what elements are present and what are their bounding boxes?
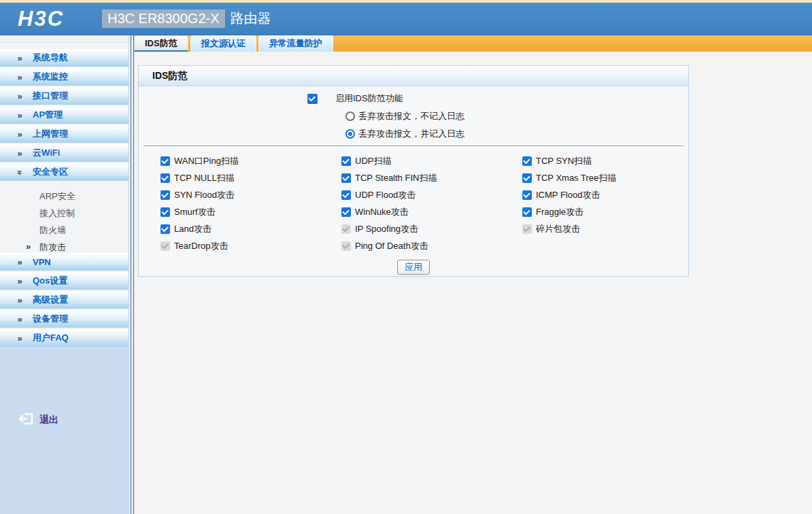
- sidebar-footer: 退出: [0, 347, 129, 514]
- page-title: H3C ER8300G2-X 路由器: [102, 10, 271, 28]
- chevrons-right-icon: »: [15, 111, 24, 120]
- attack-checkbox[interactable]: [522, 207, 532, 217]
- attack-label: Ping Of Death攻击: [355, 240, 428, 252]
- attack-label: UDP扫描: [355, 155, 391, 167]
- tab-label: 报文源认证: [201, 38, 246, 48]
- logout-button[interactable]: 退出: [18, 412, 58, 428]
- attack-label: TearDrop攻击: [174, 240, 228, 252]
- tab-abnormal-traffic[interactable]: 异常流量防护: [258, 35, 333, 52]
- sidebar-item-label: Qos设置: [33, 275, 67, 287]
- attack-label: IP Spoofing攻击: [355, 223, 418, 235]
- attack-row: UDP扫描: [341, 152, 522, 169]
- submenu-item-label: 接入控制: [39, 207, 75, 220]
- sidebar-item-qos[interactable]: » Qos设置: [0, 272, 129, 290]
- tab-bar: IDS防范 报文源认证 异常流量防护: [134, 35, 812, 52]
- chevrons-right-icon: »: [15, 296, 24, 305]
- attack-row: Fraggle攻击: [522, 203, 688, 220]
- chevrons-right-icon: »: [15, 130, 24, 139]
- chevrons-right-icon: »: [15, 54, 24, 63]
- submenu-item-firewall[interactable]: 防火墙: [0, 222, 129, 239]
- tab-label: 异常流量防护: [269, 38, 322, 48]
- tab-packet-source-auth[interactable]: 报文源认证: [190, 35, 256, 52]
- sidebar-item-interface-mgmt[interactable]: » 接口管理: [0, 87, 129, 105]
- security-submenu: ARP安全 接入控制 防火墙 防攻击: [0, 182, 129, 253]
- attack-label: Fraggle攻击: [536, 206, 583, 218]
- attack-label: Land攻击: [174, 223, 212, 235]
- sidebar-nav: » 系统导航 » 系统监控 » 接口管理 » AP管理 » 上网管理 » 云Wi…: [0, 35, 129, 347]
- sidebar-item-label: 上网管理: [33, 128, 68, 140]
- attack-checkbox[interactable]: [341, 156, 351, 166]
- attack-row: Land攻击: [160, 220, 341, 237]
- ids-settings-panel: IDS防范 启用IDS防范功能 丢弃攻击报文，不记入日志 丢弃攻击报文，并记入日…: [138, 65, 689, 277]
- attack-checkbox[interactable]: [160, 224, 170, 234]
- submenu-item-access-control[interactable]: 接入控制: [0, 205, 129, 222]
- drop-no-log-radio[interactable]: [345, 112, 355, 121]
- attack-checkbox[interactable]: [160, 241, 170, 251]
- device-type-label: 路由器: [231, 10, 271, 28]
- sidebar-item-security-zone[interactable]: » 安全专区: [0, 163, 129, 181]
- attack-label: ICMP Flood攻击: [536, 189, 600, 201]
- sidebar-item-system-monitor[interactable]: » 系统监控: [0, 68, 129, 86]
- attack-row: IP Spoofing攻击: [341, 220, 522, 237]
- attack-checkbox[interactable]: [160, 156, 170, 166]
- attack-checkbox[interactable]: [522, 224, 532, 234]
- attack-label: SYN Flood攻击: [174, 189, 235, 201]
- drop-no-log-label: 丢弃攻击报文，不记入日志: [358, 110, 464, 122]
- attack-checkbox[interactable]: [522, 190, 532, 200]
- apply-button[interactable]: 应用: [397, 260, 430, 275]
- h3c-logo: H3C: [18, 7, 64, 31]
- attack-checkbox[interactable]: [341, 190, 351, 200]
- sidebar-item-internet-mgmt[interactable]: » 上网管理: [0, 125, 129, 143]
- chevrons-right-icon: »: [15, 334, 24, 343]
- attack-checkbox[interactable]: [160, 190, 170, 200]
- drop-no-log-row: 丢弃攻击报文，不记入日志: [345, 109, 688, 123]
- sidebar-item-label: AP管理: [33, 109, 63, 121]
- enable-ids-label: 启用IDS防范功能: [335, 92, 403, 105]
- drop-with-log-row: 丢弃攻击报文，并记入日志: [345, 127, 688, 141]
- attack-checkbox[interactable]: [522, 173, 532, 183]
- panel-title: IDS防范: [152, 70, 187, 82]
- enable-ids-row: 启用IDS防范功能: [307, 92, 688, 105]
- submenu-item-attack-prevention[interactable]: 防攻击: [0, 239, 129, 256]
- submenu-item-label: 防攻击: [39, 241, 66, 254]
- attack-checkbox[interactable]: [341, 224, 351, 234]
- attack-row: TCP Stealth FIN扫描: [341, 169, 522, 186]
- enable-ids-checkbox[interactable]: [307, 94, 318, 104]
- sidebar-item-label: 系统监控: [33, 71, 68, 83]
- sidebar-item-cloud-wifi[interactable]: » 云WiFi: [0, 144, 129, 162]
- chevrons-right-icon: »: [15, 315, 24, 324]
- chevrons-right-icon: »: [15, 277, 24, 286]
- attack-checkbox[interactable]: [341, 173, 351, 183]
- attack-row: SYN Flood攻击: [160, 186, 341, 203]
- submenu-item-arp-security[interactable]: ARP安全: [0, 188, 129, 205]
- attack-row: TCP Xmas Tree扫描: [522, 169, 688, 186]
- attack-row: WAN口Ping扫描: [160, 152, 341, 169]
- sidebar-item-system-nav[interactable]: » 系统导航: [0, 49, 129, 67]
- tab-ids-prevention[interactable]: IDS防范: [134, 35, 188, 52]
- attack-checkbox-grid: WAN口Ping扫描 UDP扫描 TCP SYN扫描 TCP NULL扫描 TC…: [160, 152, 688, 254]
- sidebar-item-label: 安全专区: [33, 166, 68, 178]
- logout-label: 退出: [39, 414, 58, 426]
- sidebar-item-advanced[interactable]: » 高级设置: [0, 291, 129, 309]
- attack-label: TCP Stealth FIN扫描: [355, 172, 437, 184]
- drop-with-log-radio[interactable]: [345, 129, 355, 139]
- attack-checkbox[interactable]: [522, 156, 532, 166]
- attack-checkbox[interactable]: [160, 207, 170, 217]
- sidebar-item-label: VPN: [33, 257, 51, 267]
- drop-with-log-label: 丢弃攻击报文，并记入日志: [358, 128, 464, 140]
- sidebar-item-label: 系统导航: [33, 52, 68, 64]
- attack-checkbox[interactable]: [341, 207, 351, 217]
- attack-row: Ping Of Death攻击: [341, 237, 522, 254]
- sidebar-item-user-faq[interactable]: » 用户FAQ: [0, 329, 129, 347]
- attack-row: WinNuke攻击: [341, 203, 522, 220]
- sidebar-item-ap-mgmt[interactable]: » AP管理: [0, 106, 129, 124]
- attack-checkbox[interactable]: [160, 173, 170, 183]
- sidebar-item-device-mgmt[interactable]: » 设备管理: [0, 310, 129, 328]
- attack-checkbox[interactable]: [341, 241, 351, 251]
- chevrons-right-icon: »: [15, 73, 24, 82]
- logout-icon: [18, 412, 34, 428]
- attack-label: 碎片包攻击: [536, 223, 580, 235]
- attack-row: ICMP Flood攻击: [522, 186, 688, 203]
- attack-label: TCP Xmas Tree扫描: [536, 172, 616, 184]
- panel-header: IDS防范: [139, 66, 688, 86]
